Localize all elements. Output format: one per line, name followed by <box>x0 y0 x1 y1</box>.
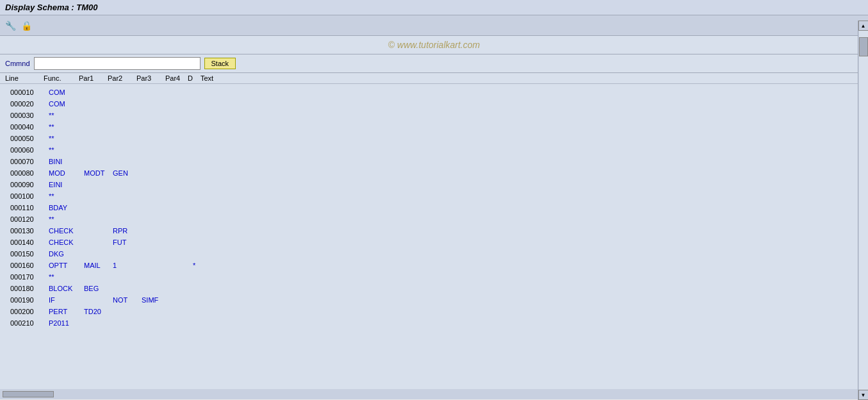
stack-button[interactable]: Stack <box>204 58 236 69</box>
cell-func: BLOCK <box>49 285 84 292</box>
table-row[interactable]: 000160 OPTT MAIL 1 * <box>5 260 855 271</box>
cell-func: EINI <box>49 181 84 188</box>
table-row[interactable]: 000010 COM <box>5 87 855 98</box>
scroll-down-arrow[interactable]: ▼ <box>858 390 869 400</box>
table-row[interactable]: 000080 MOD MODT GEN <box>5 167 855 179</box>
cell-line: 000100 <box>10 192 49 200</box>
table-row[interactable]: 000110 BDAY <box>5 202 855 213</box>
cell-func: BINI <box>49 158 84 165</box>
page-title: Display Schema : TM00 <box>5 3 98 12</box>
column-headers: Line Func. Par1 Par2 Par3 Par4 D Text <box>0 73 868 84</box>
cell-par1: TD20 <box>84 308 113 315</box>
cell-line: 000080 <box>10 169 49 177</box>
h-scroll-thumb[interactable] <box>3 391 54 397</box>
table-row[interactable]: 000030 ** <box>5 110 855 121</box>
title-bar: Display Schema : TM00 <box>0 0 868 15</box>
command-input[interactable] <box>34 57 201 70</box>
table-row[interactable]: 000190 IF NOT SIMF <box>5 294 855 306</box>
cell-par3: SIMF <box>142 296 170 304</box>
col-header-line: Line <box>5 74 44 82</box>
table-row[interactable]: 000200 PERT TD20 <box>5 306 855 317</box>
table-row[interactable]: 000050 ** <box>5 133 855 144</box>
command-bar: Cmmnd Stack <box>0 54 868 73</box>
command-label: Cmmnd <box>5 60 30 67</box>
cell-d: * <box>193 262 206 269</box>
table-row[interactable]: 000150 DKG <box>5 248 855 260</box>
table-row[interactable]: 000060 ** <box>5 144 855 156</box>
cell-line: 000210 <box>10 319 49 327</box>
cell-func: DKG <box>49 250 84 258</box>
table-row[interactable]: 000070 BINI <box>5 156 855 167</box>
scroll-thumb[interactable] <box>859 37 868 56</box>
scroll-track <box>859 31 868 390</box>
watermark-bar: © www.tutorialkart.com <box>0 36 868 54</box>
cell-func: P2011 <box>49 319 84 327</box>
col-header-par2: Par2 <box>108 74 136 82</box>
table-row[interactable]: 000170 ** <box>5 271 855 283</box>
cell-line: 000090 <box>10 181 49 188</box>
cell-par2: 1 <box>113 262 142 269</box>
cell-func: PERT <box>49 308 84 315</box>
cell-line: 000110 <box>10 204 49 212</box>
cell-func: ** <box>49 215 84 223</box>
col-header-par1: Par1 <box>79 74 108 82</box>
cell-func: BDAY <box>49 204 84 212</box>
col-header-par4: Par4 <box>165 74 188 82</box>
cell-func: CHECK <box>49 238 84 246</box>
cell-func: ** <box>49 112 84 119</box>
cell-func: IF <box>49 296 84 304</box>
cell-line: 000130 <box>10 227 49 235</box>
cell-par1: MAIL <box>84 262 113 269</box>
cell-func: ** <box>49 192 84 200</box>
cell-line: 000040 <box>10 123 49 131</box>
cell-line: 000190 <box>10 296 49 304</box>
table-row[interactable]: 000120 ** <box>5 213 855 225</box>
app-window: Display Schema : TM00 🔧 🔒 © www.tutorial… <box>0 0 868 400</box>
cell-line: 000010 <box>10 88 49 96</box>
cell-line: 000060 <box>10 146 49 154</box>
main-content: 000010 COM 000020 COM 000030 ** 000040 *… <box>0 84 868 399</box>
cell-line: 000170 <box>10 273 49 281</box>
table-row[interactable]: 000210 P2011 <box>5 317 855 329</box>
table-row[interactable]: 000100 ** <box>5 190 855 202</box>
cell-line: 000140 <box>10 238 49 246</box>
cell-par2: NOT <box>113 296 142 304</box>
table-row[interactable]: 000040 ** <box>5 121 855 133</box>
table-row[interactable]: 000140 CHECK FUT <box>5 237 855 248</box>
table-row[interactable]: 000180 BLOCK BEG <box>5 283 855 294</box>
table-row[interactable]: 000130 CHECK RPR <box>5 225 855 237</box>
cell-func: ** <box>49 123 84 131</box>
table-row[interactable]: 000020 COM <box>5 98 855 110</box>
cell-line: 000070 <box>10 158 49 165</box>
cell-line: 000120 <box>10 215 49 223</box>
horizontal-scrollbar[interactable] <box>0 389 858 399</box>
watermark-text: © www.tutorialkart.com <box>388 40 480 50</box>
cell-line: 000020 <box>10 100 49 108</box>
col-header-func: Func. <box>44 74 79 82</box>
cell-par1: MODT <box>84 169 113 177</box>
cell-func: ** <box>49 135 84 142</box>
cell-func: ** <box>49 273 84 281</box>
cell-func: COM <box>49 100 84 108</box>
cell-line: 000160 <box>10 262 49 269</box>
cell-func: MOD <box>49 169 84 177</box>
col-header-text: Text <box>201 74 277 82</box>
col-header-d: D <box>188 74 201 82</box>
wrench-icon[interactable]: 🔧 <box>5 21 16 31</box>
cell-line: 000200 <box>10 308 49 315</box>
cell-line: 000180 <box>10 285 49 292</box>
col-header-par3: Par3 <box>136 74 165 82</box>
cell-func: COM <box>49 88 84 96</box>
cell-func: ** <box>49 146 84 154</box>
cell-line: 000050 <box>10 135 49 142</box>
cell-par2: GEN <box>113 169 142 177</box>
cell-func: OPTT <box>49 262 84 269</box>
table-row[interactable]: 000090 EINI <box>5 179 855 190</box>
cell-par2: RPR <box>113 227 142 235</box>
scroll-up-arrow[interactable]: ▲ <box>858 21 869 31</box>
lock-icon[interactable]: 🔒 <box>21 21 32 31</box>
vertical-scrollbar[interactable]: ▲ ▼ <box>858 21 868 400</box>
cell-par2: FUT <box>113 238 142 246</box>
data-rows-container: 000010 COM 000020 COM 000030 ** 000040 *… <box>0 84 868 399</box>
cell-par1: BEG <box>84 285 113 292</box>
